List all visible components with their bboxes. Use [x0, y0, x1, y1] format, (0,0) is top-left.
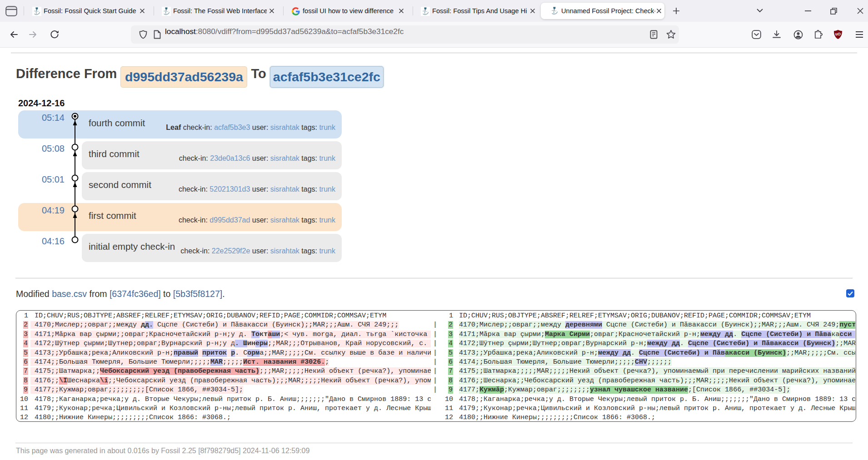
- svg-text:uO: uO: [835, 32, 841, 36]
